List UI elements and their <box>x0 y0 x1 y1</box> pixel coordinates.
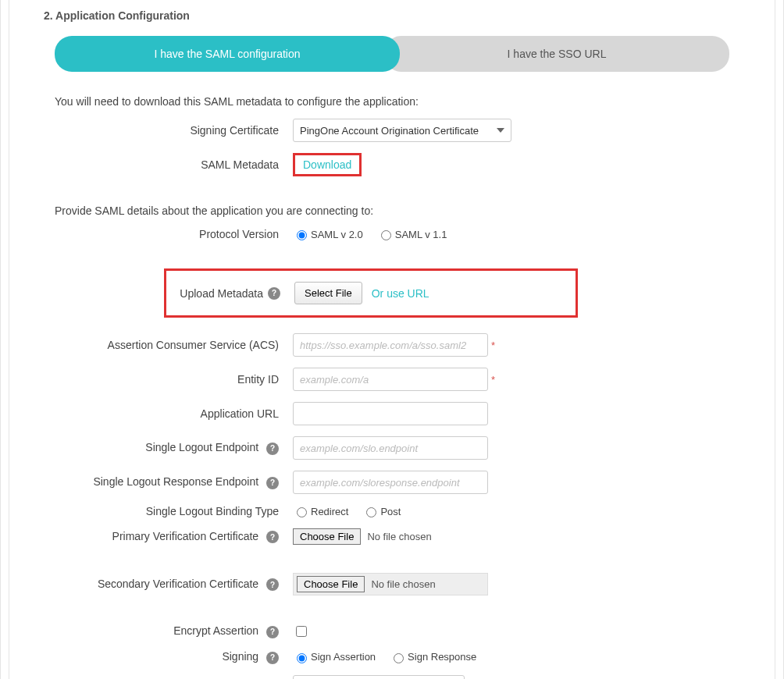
radio-sign-assertion-input[interactable] <box>297 653 307 663</box>
chevron-down-icon <box>497 128 504 133</box>
label-encrypt-assertion-text: Encrypt Assertion <box>173 624 258 637</box>
secondary-cert-choose-file[interactable]: Choose File <box>297 576 365 592</box>
help-icon[interactable]: ? <box>268 287 280 300</box>
help-icon[interactable]: ? <box>266 652 279 664</box>
signing-algorithm-select[interactable]: RSA_SHA256 <box>293 675 465 680</box>
label-primary-cert-text: Primary Verification Certificate <box>112 530 259 542</box>
label-primary-cert: Primary Verification Certificate ? <box>23 530 293 544</box>
radio-binding-redirect-label: Redirect <box>311 506 348 517</box>
label-slo-endpoint: Single Logout Endpoint ? <box>23 441 293 455</box>
label-slo-response-text: Single Logout Response Endpoint <box>93 475 258 488</box>
radio-sign-response[interactable]: Sign Response <box>390 651 476 663</box>
label-upload-metadata-text: Upload Metadata <box>180 287 263 300</box>
help-icon[interactable]: ? <box>266 477 279 489</box>
upload-metadata-highlight: Upload Metadata ? Select File Or use URL <box>164 268 578 318</box>
or-use-url-link[interactable]: Or use URL <box>372 287 429 300</box>
encrypt-assertion-checkbox[interactable] <box>296 626 307 637</box>
label-signing: Signing ? <box>23 650 293 664</box>
required-indicator: * <box>491 374 495 386</box>
label-protocol-version: Protocol Version <box>23 228 293 240</box>
label-acs: Assertion Consumer Service (ACS) <box>23 339 293 351</box>
label-upload-metadata: Upload Metadata ? <box>177 287 294 300</box>
radio-saml-v20[interactable]: SAML v 2.0 <box>293 228 363 240</box>
label-slo-response: Single Logout Response Endpoint ? <box>23 475 293 489</box>
label-signing-text: Signing <box>222 650 258 663</box>
section-title: 2. Application Configuration <box>23 0 761 36</box>
radio-binding-post[interactable]: Post <box>362 505 401 517</box>
primary-cert-file-status: No file chosen <box>367 531 431 542</box>
acs-input[interactable] <box>293 333 488 357</box>
slo-response-input[interactable] <box>293 471 488 494</box>
radio-saml-v11[interactable]: SAML v 1.1 <box>377 228 447 240</box>
radio-binding-redirect[interactable]: Redirect <box>293 505 348 517</box>
config-tabs: I have the SAML configuration I have the… <box>55 36 729 72</box>
radio-sign-assertion[interactable]: Sign Assertion <box>293 651 376 663</box>
label-encrypt-assertion: Encrypt Assertion ? <box>23 624 293 638</box>
help-icon[interactable]: ? <box>266 626 279 638</box>
select-file-button[interactable]: Select File <box>294 282 362 304</box>
secondary-cert-file-wrapper: Choose File No file chosen <box>293 573 488 595</box>
label-entity-id: Entity ID <box>23 373 293 386</box>
radio-saml-v11-label: SAML v 1.1 <box>395 229 447 240</box>
download-link[interactable]: Download <box>303 158 351 171</box>
primary-cert-choose-file[interactable]: Choose File <box>293 528 361 545</box>
tab-sso-url[interactable]: I have the SSO URL <box>384 36 729 72</box>
secondary-cert-file-status: No file chosen <box>371 578 435 590</box>
download-highlight: Download <box>293 153 362 176</box>
tab-saml-config[interactable]: I have the SAML configuration <box>55 36 400 72</box>
signing-certificate-select[interactable]: PingOne Account Origination Certificate <box>293 119 511 142</box>
help-icon[interactable]: ? <box>266 443 279 455</box>
app-url-input[interactable] <box>293 402 488 425</box>
label-secondary-cert: Secondary Verification Certificate ? <box>23 578 293 592</box>
radio-sign-response-input[interactable] <box>394 653 404 663</box>
radio-sign-assertion-label: Sign Assertion <box>311 651 376 663</box>
radio-saml-v11-input[interactable] <box>381 230 391 240</box>
label-app-url: Application URL <box>23 407 293 420</box>
radio-sign-response-label: Sign Response <box>408 651 476 663</box>
radio-saml-v20-input[interactable] <box>297 230 307 240</box>
radio-binding-post-label: Post <box>380 506 401 517</box>
intro-provide-text: Provide SAML details about the applicati… <box>55 204 729 217</box>
signing-certificate-value: PingOne Account Origination Certificate <box>300 125 479 137</box>
radio-saml-v20-label: SAML v 2.0 <box>311 229 363 240</box>
label-slo-binding: Single Logout Binding Type <box>23 505 293 517</box>
label-saml-metadata: SAML Metadata <box>23 158 293 171</box>
radio-binding-post-input[interactable] <box>366 507 376 517</box>
label-secondary-cert-text: Secondary Verification Certificate <box>98 578 258 590</box>
label-signing-certificate: Signing Certificate <box>23 124 293 137</box>
help-icon[interactable]: ? <box>266 531 279 543</box>
intro-download-text: You will need to download this SAML meta… <box>55 95 729 108</box>
label-slo-endpoint-text: Single Logout Endpoint <box>145 441 258 453</box>
help-icon[interactable]: ? <box>266 578 279 591</box>
slo-endpoint-input[interactable] <box>293 436 488 460</box>
required-indicator: * <box>491 340 495 351</box>
radio-binding-redirect-input[interactable] <box>297 507 307 517</box>
entity-id-input[interactable] <box>293 368 488 391</box>
